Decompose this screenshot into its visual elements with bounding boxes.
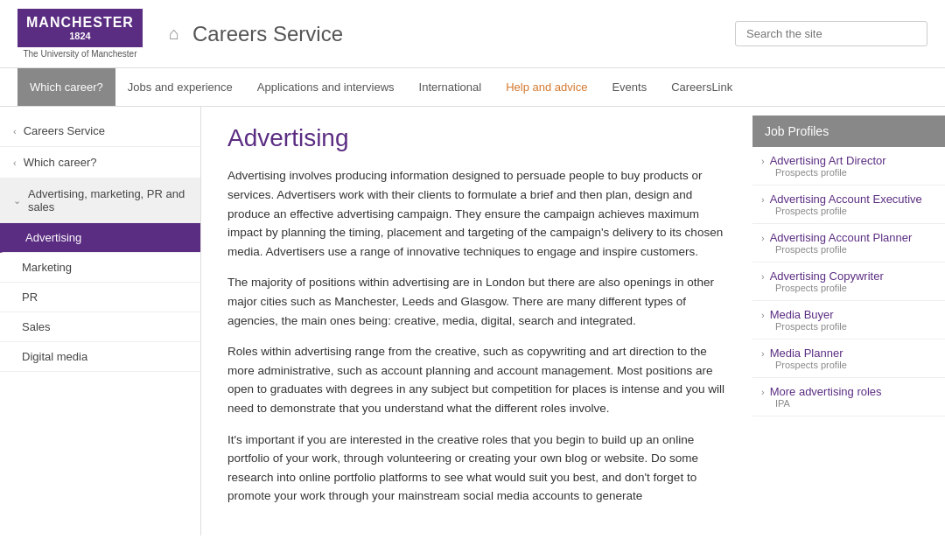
nav-jobs[interactable]: Jobs and experience bbox=[116, 68, 245, 106]
header: MANCHESTER 1824 The University of Manche… bbox=[0, 0, 945, 68]
job-profile-sub: Prospects profile bbox=[761, 206, 936, 221]
job-profile-label: Advertising Account Executive bbox=[770, 192, 922, 206]
content-area: Advertising Advertising involves produci… bbox=[201, 107, 752, 536]
search-input[interactable] bbox=[735, 21, 928, 46]
nav-applications[interactable]: Applications and interviews bbox=[245, 68, 407, 106]
university-subtext: The University of Manchester bbox=[23, 49, 136, 59]
job-profile-account-planner: › Advertising Account Planner Prospects … bbox=[752, 224, 945, 262]
sidebar-item-careers-service[interactable]: ‹ Careers Service bbox=[0, 116, 200, 147]
job-profile-sub: IPA bbox=[761, 398, 936, 414]
sidebar-label: Careers Service bbox=[24, 124, 105, 137]
job-profile-link[interactable]: › Media Planner bbox=[761, 346, 936, 360]
arrow-icon: › bbox=[761, 233, 765, 243]
job-profile-link[interactable]: › Advertising Copywriter bbox=[761, 270, 936, 283]
job-profile-sub: Prospects profile bbox=[761, 244, 936, 260]
sidebar-sub-sales[interactable]: Sales bbox=[0, 312, 200, 342]
job-profiles-panel: Job Profiles › Advertising Art Director … bbox=[752, 116, 945, 536]
job-profile-link[interactable]: › Media Buyer bbox=[761, 308, 936, 321]
nav-help[interactable]: Help and advice bbox=[494, 68, 599, 106]
chevron-down-icon: ⌄ bbox=[13, 195, 21, 206]
university-logo: MANCHESTER 1824 bbox=[18, 9, 143, 47]
job-profile-sub: Prospects profile bbox=[761, 360, 936, 375]
job-profiles-header: Job Profiles bbox=[752, 116, 945, 147]
nav-international[interactable]: International bbox=[407, 68, 494, 106]
sidebar-sub-digital[interactable]: Digital media bbox=[0, 342, 200, 372]
job-profile-media-planner: › Media Planner Prospects profile bbox=[752, 340, 945, 378]
main-nav: Which career? Jobs and experience Applic… bbox=[0, 68, 945, 107]
sidebar-label: Which career? bbox=[24, 156, 97, 169]
job-profile-art-director: › Advertising Art Director Prospects pro… bbox=[752, 147, 945, 186]
sidebar: ‹ Careers Service ‹ Which career? ⌄ Adve… bbox=[0, 107, 201, 536]
arrow-icon: › bbox=[761, 387, 765, 397]
arrow-icon: › bbox=[761, 271, 765, 282]
content-paragraph-1: Advertising involves producing informati… bbox=[228, 166, 726, 261]
arrow-icon: › bbox=[761, 156, 765, 166]
job-profile-label: Advertising Art Director bbox=[770, 154, 886, 167]
logo-area: MANCHESTER 1824 The University of Manche… bbox=[18, 9, 143, 59]
job-profile-label: Advertising Account Planner bbox=[770, 231, 913, 244]
search-area bbox=[735, 21, 928, 46]
job-profile-label: More advertising roles bbox=[770, 385, 882, 398]
sidebar-item-which-career[interactable]: ‹ Which career? bbox=[0, 147, 200, 178]
year-text: 1824 bbox=[26, 31, 134, 42]
job-profile-sub: Prospects profile bbox=[761, 167, 936, 183]
site-title: Careers Service bbox=[192, 22, 343, 46]
home-icon[interactable]: ⌂ bbox=[169, 24, 179, 44]
job-profile-copywriter: › Advertising Copywriter Prospects profi… bbox=[752, 262, 945, 301]
job-profile-label: Media Buyer bbox=[770, 308, 834, 321]
job-profile-link[interactable]: › Advertising Art Director bbox=[761, 154, 936, 167]
nav-which-career[interactable]: Which career? bbox=[18, 68, 116, 106]
arrow-icon: › bbox=[761, 194, 765, 205]
nav-careerslink[interactable]: CareersLink bbox=[659, 68, 745, 106]
content-paragraph-4: It's important if you are interested in … bbox=[228, 430, 726, 506]
sidebar-sub-advertising[interactable]: Advertising bbox=[0, 223, 200, 253]
job-profile-link[interactable]: › Advertising Account Planner bbox=[761, 231, 936, 244]
sidebar-sub-pr[interactable]: PR bbox=[0, 283, 200, 312]
content-paragraph-2: The majority of positions within adverti… bbox=[228, 273, 726, 330]
sidebar-sub-marketing[interactable]: Marketing bbox=[0, 253, 200, 283]
nav-events[interactable]: Events bbox=[599, 68, 659, 106]
job-profile-account-exec: › Advertising Account Executive Prospect… bbox=[752, 186, 945, 224]
job-profile-link[interactable]: › More advertising roles bbox=[761, 385, 936, 398]
content-paragraph-3: Roles within advertising range from the … bbox=[228, 342, 726, 417]
job-profile-label: Advertising Copywriter bbox=[770, 270, 884, 283]
main-layout: ‹ Careers Service ‹ Which career? ⌄ Adve… bbox=[0, 107, 945, 536]
manchester-text: MANCHESTER bbox=[26, 14, 134, 31]
job-profile-sub: Prospects profile bbox=[761, 283, 936, 298]
job-profile-media-buyer: › Media Buyer Prospects profile bbox=[752, 301, 945, 340]
job-profile-sub: Prospects profile bbox=[761, 321, 936, 337]
chevron-icon: ‹ bbox=[13, 126, 17, 136]
page-title: Advertising bbox=[228, 124, 726, 152]
arrow-icon: › bbox=[761, 310, 765, 320]
sidebar-item-adv-marketing[interactable]: ⌄ Advertising, marketing, PR and sales bbox=[0, 178, 200, 223]
sidebar-label: Advertising, marketing, PR and sales bbox=[28, 187, 187, 214]
chevron-icon: ‹ bbox=[13, 158, 17, 168]
arrow-icon: › bbox=[761, 348, 765, 359]
job-profile-link[interactable]: › Advertising Account Executive bbox=[761, 192, 936, 206]
job-profile-more-roles: › More advertising roles IPA bbox=[752, 378, 945, 416]
job-profile-label: Media Planner bbox=[770, 346, 844, 360]
